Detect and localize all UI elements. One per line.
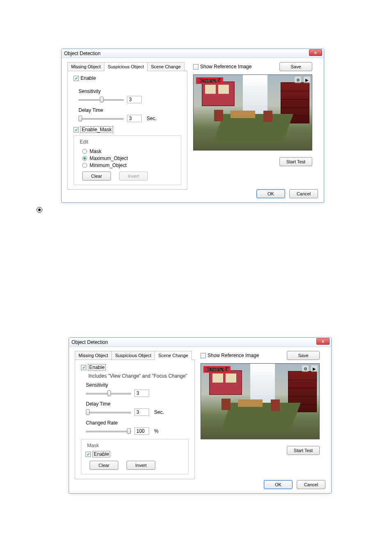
tab-suspicious-object[interactable]: Suspicious Object xyxy=(111,351,155,360)
invert-button: Invert xyxy=(119,172,148,181)
changed-rate-unit: % xyxy=(154,428,159,434)
dialog-title: Object Detection xyxy=(71,339,108,345)
slider-thumb[interactable] xyxy=(78,116,82,121)
radio-mask[interactable] xyxy=(82,149,87,154)
changed-rate-slider[interactable] xyxy=(86,427,131,435)
cancel-button[interactable]: Cancel xyxy=(297,480,325,489)
sensitivity-slider[interactable] xyxy=(78,96,124,103)
start-test-row: Start Test xyxy=(193,157,312,166)
preview-icon-2[interactable]: ▶ xyxy=(304,77,310,83)
mask-legend: Mask xyxy=(85,443,101,448)
right-top-row: Show Reference Image Save xyxy=(193,62,312,71)
start-test-button[interactable]: Start Test xyxy=(279,157,312,166)
edit-legend: Edit xyxy=(78,139,90,145)
ok-button[interactable]: OK xyxy=(264,480,293,489)
mask-enable-checkbox[interactable] xyxy=(85,452,91,457)
close-button[interactable]: × xyxy=(309,49,322,56)
sensitivity-label: Sensitivity xyxy=(86,382,189,388)
show-reference-label: Show Reference Image xyxy=(200,64,251,70)
preview-rug xyxy=(220,403,300,432)
preview-rug xyxy=(213,114,293,143)
preview-icon-1[interactable]: ⚙ xyxy=(302,365,309,372)
enable-checkbox[interactable] xyxy=(74,76,79,81)
tab-body: Enable Includes "View Change" and "Focus… xyxy=(75,360,195,479)
changed-rate-row: 100 % xyxy=(86,427,189,435)
delay-label: Delay Time xyxy=(78,107,181,113)
enable-row: Enable xyxy=(74,75,181,81)
preview-icon-1[interactable]: ⚙ xyxy=(295,77,301,83)
radio-min-row[interactable]: Minimum_Object xyxy=(82,162,177,168)
tab-scene-change[interactable]: Scene Change xyxy=(147,62,184,71)
scene-change-subtext: Includes "View Change" and "Focus Change… xyxy=(88,373,189,379)
show-reference-label: Show Reference Image xyxy=(208,353,259,358)
tab-suspicious-object[interactable]: Suspicious Object xyxy=(104,62,148,71)
slider-thumb[interactable] xyxy=(100,97,104,102)
left-pane: Missing Object Suspicious Object Scene C… xyxy=(75,351,195,472)
preview-bulletin xyxy=(209,370,242,395)
preview-table xyxy=(231,111,255,118)
object-detection-dialog-suspicious: Object Detection × Missing Object Suspic… xyxy=(61,49,324,203)
show-reference-checkbox[interactable] xyxy=(193,64,198,70)
changed-rate-label: Changed Rate xyxy=(86,420,189,426)
delay-value[interactable]: 3 xyxy=(127,115,142,122)
clear-button[interactable]: Clear xyxy=(82,172,111,181)
save-button[interactable]: Save xyxy=(287,351,320,360)
start-test-row: Start Test xyxy=(201,446,320,455)
radio-mask-label: Mask xyxy=(90,149,101,154)
radio-minimum-object[interactable] xyxy=(82,163,87,168)
right-pane: Show Reference Image Save Camera 5 ⚙ ▶ xyxy=(201,351,320,472)
dialog-title: Object Detection xyxy=(64,51,101,56)
radio-mask-row[interactable]: Mask xyxy=(82,149,177,154)
radio-min-label: Minimum_Object xyxy=(90,162,127,168)
enable-mask-checkbox[interactable] xyxy=(74,127,79,132)
right-pane: Show Reference Image Save Camera 5 ⚙ ▶ xyxy=(193,62,312,181)
preview-chair2 xyxy=(271,399,280,411)
mask-enable-row: Enable xyxy=(85,451,184,457)
enable-mask-row: Enable_Mask xyxy=(74,126,181,133)
invert-button[interactable]: Invert xyxy=(127,461,155,470)
delay-label: Delay Time xyxy=(86,401,189,407)
save-button[interactable]: Save xyxy=(279,62,312,71)
mask-group: Mask Enable Clear Invert xyxy=(81,439,189,474)
slider-thumb[interactable] xyxy=(107,390,111,396)
delay-slider[interactable] xyxy=(86,408,131,416)
delay-value[interactable]: 3 xyxy=(134,408,149,416)
titlebar: Object Detection × xyxy=(69,338,331,347)
tab-missing-object[interactable]: Missing Object xyxy=(67,62,104,71)
preview-chair xyxy=(214,110,223,121)
start-test-button[interactable]: Start Test xyxy=(287,446,320,455)
close-button[interactable]: × xyxy=(316,338,330,345)
radio-max-row[interactable]: Maximum_Object xyxy=(82,155,177,161)
delay-row: 3 Sec. xyxy=(78,115,181,122)
camera-preview[interactable]: Camera 5 ⚙ ▶ xyxy=(193,74,312,151)
slider-thumb[interactable] xyxy=(86,409,90,415)
preview-icons: ⚙ ▶ xyxy=(302,365,318,372)
show-ref-row: Show Reference Image xyxy=(201,353,259,358)
sensitivity-value[interactable]: 3 xyxy=(134,390,149,397)
enable-row: Enable xyxy=(81,364,189,371)
tab-missing-object[interactable]: Missing Object xyxy=(75,351,112,360)
tabs: Missing Object Suspicious Object Scene C… xyxy=(67,62,187,71)
preview-window xyxy=(250,364,275,405)
slider-thumb[interactable] xyxy=(127,428,131,434)
clear-button[interactable]: Clear xyxy=(90,461,118,470)
show-reference-checkbox[interactable] xyxy=(201,353,206,358)
enable-checkbox[interactable] xyxy=(81,365,86,370)
radio-max-label: Maximum_Object xyxy=(90,155,128,161)
cancel-button[interactable]: Cancel xyxy=(289,189,318,198)
sensitivity-value[interactable]: 3 xyxy=(127,96,142,103)
preview-icon-2[interactable]: ▶ xyxy=(311,365,318,372)
sensitivity-row: 3 xyxy=(86,390,189,397)
tab-scene-change[interactable]: Scene Change xyxy=(154,351,192,360)
preview-icons: ⚙ ▶ xyxy=(295,77,310,83)
radio-maximum-object[interactable] xyxy=(82,156,87,161)
sensitivity-slider[interactable] xyxy=(86,390,131,397)
preview-bulletin xyxy=(202,81,235,106)
titlebar: Object Detection × xyxy=(62,49,324,58)
dialog-footer: OK Cancel xyxy=(256,189,318,198)
camera-preview[interactable]: Camera 5 ⚙ ▶ xyxy=(201,363,320,439)
changed-rate-value[interactable]: 100 xyxy=(134,427,149,435)
delay-slider[interactable] xyxy=(78,115,124,122)
ok-button[interactable]: OK xyxy=(256,189,285,198)
delay-row: 3 Sec. xyxy=(86,408,189,416)
